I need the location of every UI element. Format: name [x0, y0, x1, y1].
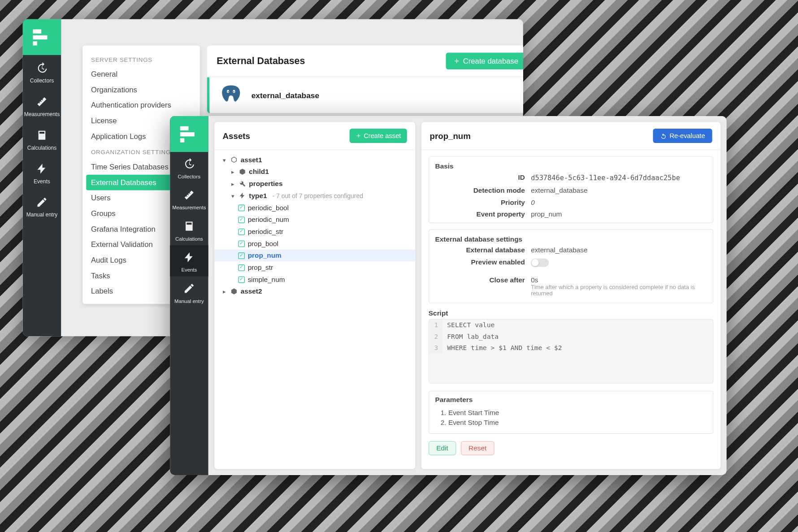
chevron-down-icon: ▾ [221, 156, 227, 163]
menu-general[interactable]: General [82, 66, 200, 82]
reevaluate-button[interactable]: Re-evaluate [653, 129, 712, 143]
databases-card: External Databases Create database [207, 45, 523, 120]
section-heading: External database settings [429, 232, 713, 244]
tree-label: type1 [249, 192, 267, 199]
assets-panel: Assets Create asset ▾ asset1 ▸ [214, 122, 416, 469]
field-value: external_database [531, 247, 707, 254]
tree-prop[interactable]: ✓ simple_num [214, 273, 416, 285]
field-value: external_database [531, 187, 707, 194]
field-value [531, 259, 707, 268]
history-icon [183, 158, 195, 170]
edit-button[interactable]: Edit [429, 441, 456, 455]
tree-node-properties[interactable]: ▸ properties [214, 177, 416, 190]
field-value: 0 [531, 199, 707, 206]
line-number: 3 [429, 342, 442, 354]
parameter-item: Event Stop Time [448, 418, 707, 427]
reset-button[interactable]: Reset [461, 441, 494, 455]
tree-node-type1[interactable]: ▾ type1 - 7 out of 7 properties configur… [214, 190, 416, 202]
nav-manual-entry[interactable]: Manual entry [23, 189, 61, 223]
database-row[interactable]: external_database [207, 77, 523, 113]
nav-events[interactable]: Events [170, 245, 208, 276]
script-editor[interactable]: 1SELECT value 2FROM lab_data 3WHERE time… [429, 319, 713, 384]
button-label: Re-evaluate [669, 132, 705, 139]
nav-label: Measurements [172, 205, 206, 211]
check-icon: ✓ [238, 228, 245, 235]
check-icon: ✓ [238, 240, 245, 247]
tree-prop[interactable]: ✓ prop_str [214, 261, 416, 273]
nav-calculations[interactable]: Calculations [23, 122, 61, 156]
detail-title: prop_num [430, 131, 471, 140]
tree-label: periodic_num [248, 216, 289, 223]
check-icon: ✓ [238, 252, 245, 259]
bolt-icon [239, 192, 246, 199]
basis-section: Basis ID d537846e-5c63-11ee-a924-6d7ddaa… [429, 156, 713, 223]
line-number: 1 [429, 320, 442, 331]
nav-measurements[interactable]: Measurements [23, 89, 61, 122]
tree-prop[interactable]: ✓ prop_bool [214, 238, 416, 250]
nav-collectors[interactable]: Collectors [170, 152, 208, 183]
bolt-icon [36, 163, 48, 175]
detail-panel: prop_num Re-evaluate Basis ID d537846e-5… [421, 122, 721, 469]
field-label: Close after [435, 277, 531, 297]
logo-icon [33, 28, 51, 46]
detail-header: prop_num Re-evaluate [421, 122, 721, 150]
field-label: Event property [435, 211, 531, 218]
asset-tree: ▾ asset1 ▸ child1 ▸ properties [214, 150, 416, 301]
nav-collectors[interactable]: Collectors [23, 55, 61, 89]
field-label: ID [435, 173, 531, 182]
basis-mode-row: Detection mode external_database [429, 184, 713, 196]
extdb-preview-row: Preview enabled [429, 256, 713, 270]
detail-actions: Edit Reset [421, 434, 721, 464]
assets-header: Assets Create asset [214, 122, 416, 150]
tree-prop[interactable]: ✓ periodic_bool [214, 202, 416, 214]
tree-prop[interactable]: ✓ periodic_num [214, 214, 416, 226]
menu-organizations[interactable]: Organizations [82, 82, 200, 98]
button-label: Create asset [364, 132, 401, 139]
ruler-icon [36, 96, 48, 108]
preview-toggle[interactable] [531, 259, 549, 267]
nav-label: Collectors [30, 78, 54, 84]
refresh-icon [660, 133, 667, 139]
app-logo[interactable] [170, 116, 208, 152]
plus-icon [453, 57, 460, 65]
field-value: d537846e-5c63-11ee-a924-6d7ddaac25be [531, 173, 707, 182]
calculator-icon [36, 129, 48, 141]
menu-auth-providers[interactable]: Authentication providers [82, 98, 200, 113]
section-heading: Basis [429, 159, 713, 171]
nav-label: Calculations [27, 145, 56, 151]
tree-node-child1[interactable]: ▸ child1 [214, 166, 416, 178]
nav-events[interactable]: Events [23, 156, 61, 189]
tree-prop[interactable]: ✓ periodic_str [214, 225, 416, 238]
tree-node-asset2[interactable]: ▸ asset2 [214, 285, 416, 298]
tree-node-asset1[interactable]: ▾ asset1 [214, 154, 416, 166]
content-area: Assets Create asset ▾ asset1 ▸ [208, 116, 727, 475]
basis-id-row: ID d537846e-5c63-11ee-a924-6d7ddaac25be [429, 171, 713, 184]
sidebar: Collectors Measurements Calculations Eve… [23, 19, 61, 337]
ruler-icon [183, 189, 195, 201]
calculator-icon [183, 220, 195, 232]
databases-header: External Databases Create database [207, 45, 523, 77]
svg-point-2 [228, 91, 229, 92]
svg-point-3 [233, 91, 234, 92]
field-value: 0s Time after which a property is consid… [531, 277, 707, 297]
check-icon: ✓ [238, 276, 245, 283]
nav-measurements[interactable]: Measurements [170, 183, 208, 214]
create-asset-button[interactable]: Create asset [349, 129, 407, 143]
tree-prop-selected[interactable]: ✓ prop_num [214, 250, 416, 262]
nav-label: Manual entry [26, 212, 57, 218]
parameter-item: Event Start Time [448, 408, 707, 417]
postgres-icon [219, 83, 243, 107]
nav-calculations[interactable]: Calculations [170, 214, 208, 245]
parameters-list: Event Start Time Event Stop Time [448, 408, 707, 427]
pencil-icon [36, 196, 48, 208]
field-label: Preview enabled [435, 259, 531, 268]
server-settings-heading: SERVER SETTINGS [82, 52, 200, 66]
create-database-button[interactable]: Create database [446, 52, 523, 69]
section-heading: Parameters [435, 394, 707, 408]
chevron-right-icon: ▸ [221, 288, 227, 295]
button-label: Create database [463, 57, 518, 65]
close-helper: Time after which a property is considere… [531, 284, 707, 297]
tree-label: prop_str [248, 264, 273, 271]
app-logo[interactable] [23, 19, 61, 55]
nav-manual-entry[interactable]: Manual entry [170, 277, 208, 307]
